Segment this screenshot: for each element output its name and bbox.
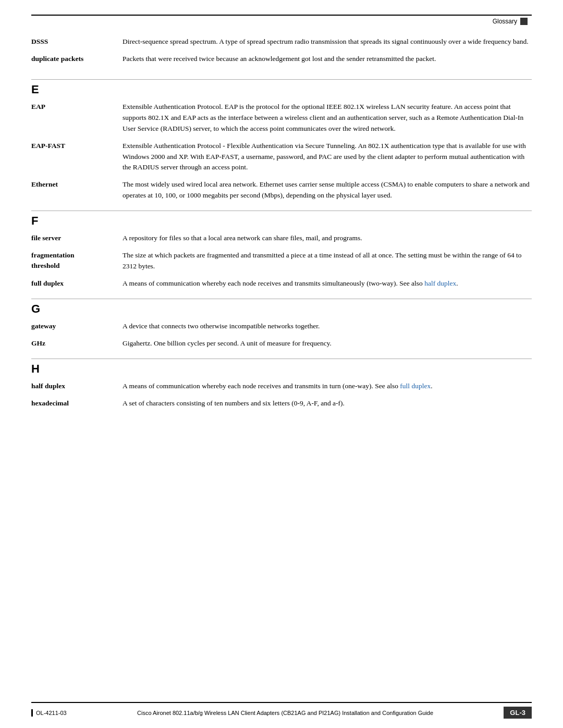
- term-ghz: GHz: [31, 338, 123, 349]
- def-file-server: A repository for files so that a local a…: [123, 233, 532, 244]
- def-eap: Extensible Authentication Protocol. EAP …: [123, 102, 532, 134]
- page-footer: OL-4211-03 Cisco Aironet 802.11a/b/g Wir…: [31, 707, 532, 719]
- header-glossary-label: Glossary: [493, 18, 517, 25]
- section-g: G gateway A device that connects two oth…: [31, 299, 532, 349]
- section-f-letter: F: [31, 214, 532, 228]
- term-gateway: gateway: [31, 321, 123, 331]
- link-half-duplex[interactable]: half duplex: [424, 279, 456, 287]
- term-file-server: file server: [31, 233, 123, 243]
- top-border-line: [31, 15, 532, 16]
- section-e-header: E: [31, 79, 532, 96]
- section-e: E EAP Extensible Authentication Protocol…: [31, 79, 532, 201]
- term-duplicate-packets: duplicate packets: [31, 54, 123, 64]
- def-hexadecimal: A set of characters consisting of ten nu…: [123, 398, 532, 409]
- entry-gateway: gateway A device that connects two other…: [31, 321, 532, 332]
- section-h-header: H: [31, 359, 532, 376]
- entry-file-server: file server A repository for files so th…: [31, 233, 532, 244]
- term-eap-fast: EAP-FAST: [31, 141, 123, 151]
- entry-eap: EAP Extensible Authentication Protocol. …: [31, 102, 532, 134]
- bottom-border-line: [31, 702, 532, 703]
- def-half-duplex: A means of communication whereby each no…: [123, 381, 532, 392]
- entry-ghz: GHz Gigahertz. One billion cycles per se…: [31, 338, 532, 349]
- section-g-header: G: [31, 299, 532, 316]
- term-eap: EAP: [31, 102, 123, 112]
- def-eap-fast: Extensible Authentication Protocol - Fle…: [123, 141, 532, 174]
- def-duplicate-packets: Packets that were received twice because…: [123, 54, 532, 65]
- footer-doc-number: OL-4211-03: [36, 710, 67, 716]
- entry-fragmentation-threshold: fragmentationthreshold The size at which…: [31, 250, 532, 272]
- section-e-letter: E: [31, 83, 532, 96]
- footer-page-number: GL-3: [504, 707, 532, 719]
- def-dsss: Direct-sequence spread spectrum. A type …: [123, 36, 532, 47]
- section-h-letter: H: [31, 362, 532, 376]
- term-ethernet: Ethernet: [31, 179, 123, 190]
- entry-duplicate-packets: duplicate packets Packets that were rece…: [31, 54, 532, 65]
- term-half-duplex: half duplex: [31, 381, 123, 391]
- def-gateway: A device that connects two otherwise inc…: [123, 321, 532, 332]
- section-f-header: F: [31, 211, 532, 228]
- term-dsss: DSSS: [31, 36, 123, 47]
- footer-bar-icon: [31, 709, 33, 717]
- section-h: H half duplex A means of communication w…: [31, 359, 532, 409]
- def-fragmentation-threshold: The size at which packets are fragmented…: [123, 250, 532, 272]
- entry-hexadecimal: hexadecimal A set of characters consisti…: [31, 398, 532, 409]
- section-d: DSSS Direct-sequence spread spectrum. A …: [31, 36, 532, 65]
- def-ghz: Gigahertz. One billion cycles per second…: [123, 338, 532, 349]
- section-g-letter: G: [31, 302, 532, 316]
- footer-left: OL-4211-03: [31, 709, 67, 717]
- footer-doc-title: Cisco Aironet 802.11a/b/g Wireless LAN C…: [137, 710, 433, 716]
- entry-ethernet: Ethernet The most widely used wired loca…: [31, 179, 532, 201]
- page-header: Glossary: [493, 18, 528, 25]
- term-fragmentation-threshold: fragmentationthreshold: [31, 250, 123, 272]
- section-f: F file server A repository for files so …: [31, 211, 532, 289]
- def-ethernet: The most widely used wired local area ne…: [123, 179, 532, 201]
- entry-dsss: DSSS Direct-sequence spread spectrum. A …: [31, 36, 532, 47]
- main-content: DSSS Direct-sequence spread spectrum. A …: [31, 36, 532, 697]
- entry-half-duplex: half duplex A means of communication whe…: [31, 381, 532, 392]
- header-square-icon: [520, 18, 528, 25]
- entry-full-duplex: full duplex A means of communication whe…: [31, 278, 532, 289]
- term-full-duplex: full duplex: [31, 278, 123, 289]
- term-hexadecimal: hexadecimal: [31, 398, 123, 409]
- entry-eap-fast: EAP-FAST Extensible Authentication Proto…: [31, 141, 532, 174]
- link-full-duplex[interactable]: full duplex: [400, 382, 431, 390]
- page: Glossary DSSS Direct-sequence spread spe…: [0, 0, 563, 728]
- def-full-duplex: A means of communication whereby each no…: [123, 278, 532, 289]
